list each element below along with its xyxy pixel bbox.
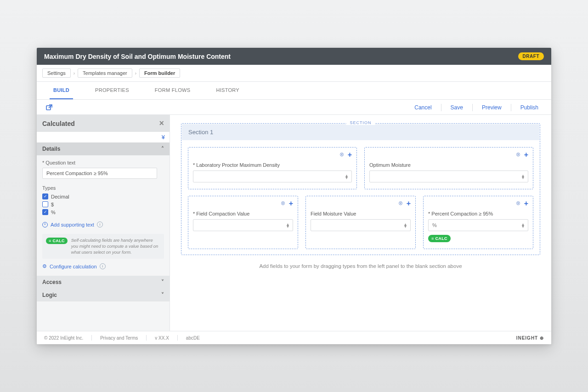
brand-text: INEIGHT xyxy=(516,335,538,341)
plus-icon[interactable]: + xyxy=(524,151,528,159)
cancel-button[interactable]: Cancel xyxy=(409,102,437,113)
prefix: % xyxy=(432,222,437,228)
page-title: Maximum Dry Density of Soil and Optimum … xyxy=(44,53,231,60)
field-label: * Field Compaction Value xyxy=(193,211,293,216)
gear-icon: ⚙ xyxy=(42,263,47,269)
breadcrumb: Settings › Templates manager › Form buil… xyxy=(37,65,551,82)
canvas-hint: Add fields to your form by dragging type… xyxy=(181,255,540,271)
field-card-optimum-moisture[interactable]: ⊗ + Optimum Moisture ▴▾ xyxy=(364,147,533,189)
question-text-label: * Question text xyxy=(42,160,164,165)
calc-badge-text: CALC xyxy=(435,236,447,241)
link-text: Configure calculation xyxy=(50,264,97,269)
plus-icon[interactable]: + xyxy=(348,151,352,159)
field-row-2: ⊗ + * Field Compaction Value ▴▾ ⊗ + xyxy=(181,189,540,249)
collapse-icon[interactable]: ¥ xyxy=(37,132,170,142)
field-card-moisture-value[interactable]: ⊗ + Field Moisture Value ▴▾ xyxy=(305,196,416,249)
plus-icon[interactable]: + xyxy=(407,200,411,207)
field-input[interactable]: ▴▾ xyxy=(193,219,293,231)
section-title[interactable]: Section 1 xyxy=(182,124,539,140)
type-name: $ xyxy=(51,202,54,207)
delete-icon[interactable]: ⊗ xyxy=(516,200,520,207)
plus-icon[interactable]: + xyxy=(524,200,528,207)
form-actions: Cancel Save Preview Publish xyxy=(409,102,544,113)
publish-button[interactable]: Publish xyxy=(515,102,544,113)
field-input[interactable]: ▴▾ xyxy=(193,170,352,182)
add-supporting-text-link[interactable]: + Add supporting text i xyxy=(42,222,164,227)
chevron-up-icon: ˄ xyxy=(161,146,164,152)
status-badge: DRAFT xyxy=(518,52,544,60)
accordion-logic[interactable]: Logic ˅ xyxy=(37,289,170,301)
delete-icon[interactable]: ⊗ xyxy=(398,200,403,207)
save-button[interactable]: Save xyxy=(445,102,469,113)
type-dollar-row[interactable]: $ xyxy=(42,201,164,207)
chevron-down-icon: ˅ xyxy=(161,292,164,298)
details-body: * Question text Types Decimal $ % + xyxy=(37,155,170,276)
divider xyxy=(146,335,147,341)
divider xyxy=(511,104,511,111)
accordion-label: Access xyxy=(42,279,62,285)
field-input[interactable]: ▴▾ xyxy=(311,219,411,231)
accordion-access[interactable]: Access ˅ xyxy=(37,276,170,289)
footer: © 2022 InEight Inc. Privacy and Terms v … xyxy=(37,331,551,344)
field-card-compaction-value[interactable]: ⊗ + * Field Compaction Value ▴▾ xyxy=(188,196,298,249)
type-name: Decimal xyxy=(51,194,69,199)
tab-properties[interactable]: PROPERTIES xyxy=(91,82,133,99)
stepper-icon[interactable]: ▴▾ xyxy=(345,174,348,179)
copyright: © 2022 InEight Inc. xyxy=(44,335,83,341)
panel-title-bar: Calculated × xyxy=(37,115,170,132)
field-card-percent-compaction[interactable]: ⊗ + * Percent Compaction ≥ 95% % ▴▾ ≡ CA… xyxy=(423,196,533,249)
field-card-lab-proctor[interactable]: ⊗ + * Laboratory Proctor Maximum Density… xyxy=(188,147,357,189)
main-area: Calculated × ¥ Details ˄ * Question text… xyxy=(37,115,551,331)
accordion-details[interactable]: Details ˄ xyxy=(37,142,170,155)
breadcrumb-settings[interactable]: Settings xyxy=(42,68,71,78)
chevron-right-icon: › xyxy=(135,71,136,76)
divider xyxy=(441,104,441,111)
plus-circle-icon: + xyxy=(42,222,48,227)
configure-calculation-link[interactable]: ⚙ Configure calculation i xyxy=(42,263,164,269)
field-editor-sidebar: Calculated × ¥ Details ˄ * Question text… xyxy=(37,115,170,331)
types-label: Types xyxy=(42,185,164,191)
panel-title: Calculated xyxy=(42,120,75,127)
preview-button[interactable]: Preview xyxy=(476,102,507,113)
privacy-link[interactable]: Privacy and Terms xyxy=(100,335,138,341)
stepper-icon[interactable]: ▴▾ xyxy=(404,223,407,227)
chevron-down-icon: ˅ xyxy=(161,279,164,285)
field-input[interactable]: % ▴▾ xyxy=(428,219,528,231)
tab-history[interactable]: HISTORY xyxy=(212,82,243,99)
link-text: Add supporting text xyxy=(51,222,94,227)
breadcrumb-form-builder[interactable]: Form builder xyxy=(139,68,180,78)
delete-icon[interactable]: ⊗ xyxy=(281,200,285,207)
external-link-icon[interactable] xyxy=(44,102,54,113)
accordion-label: Details xyxy=(42,146,60,152)
action-bar: Cancel Save Preview Publish xyxy=(37,100,551,115)
calc-badge: ≡ CALC xyxy=(428,235,451,242)
checkbox-icon xyxy=(42,201,48,207)
env-code: abcDE xyxy=(186,335,200,341)
info-icon[interactable]: i xyxy=(97,222,103,227)
stepper-icon[interactable]: ▴▾ xyxy=(522,174,524,179)
field-label: Field Moisture Value xyxy=(311,211,411,216)
breadcrumb-templates[interactable]: Templates manager xyxy=(78,68,132,78)
delete-icon[interactable]: ⊗ xyxy=(516,151,520,159)
calc-badge: ≡ CALC xyxy=(46,238,68,244)
version: v XX.X xyxy=(155,335,169,341)
tab-build[interactable]: BUILD xyxy=(50,82,73,99)
field-input[interactable]: ▴▾ xyxy=(369,170,528,182)
type-decimal-row[interactable]: Decimal xyxy=(42,193,164,199)
info-icon[interactable]: i xyxy=(100,263,106,269)
field-label: * Laboratory Proctor Maximum Density xyxy=(193,162,352,168)
delete-icon[interactable]: ⊗ xyxy=(339,151,344,159)
app-window: Maximum Dry Density of Soil and Optimum … xyxy=(37,48,551,344)
type-name: % xyxy=(51,210,56,215)
question-text-input[interactable] xyxy=(42,168,157,179)
tab-form-flows[interactable]: FORM FLOWS xyxy=(151,82,194,99)
title-bar: Maximum Dry Density of Soil and Optimum … xyxy=(37,48,551,65)
type-percent-row[interactable]: % xyxy=(42,209,164,215)
field-label: Optimum Moisture xyxy=(369,162,528,168)
stepper-icon[interactable]: ▴▾ xyxy=(522,223,524,227)
stepper-icon[interactable]: ▴▾ xyxy=(287,223,289,227)
close-icon[interactable]: × xyxy=(159,119,164,128)
brand-icon: ⊕ xyxy=(540,335,544,341)
plus-icon[interactable]: + xyxy=(289,200,293,207)
section-tag: SECTION xyxy=(346,120,375,125)
